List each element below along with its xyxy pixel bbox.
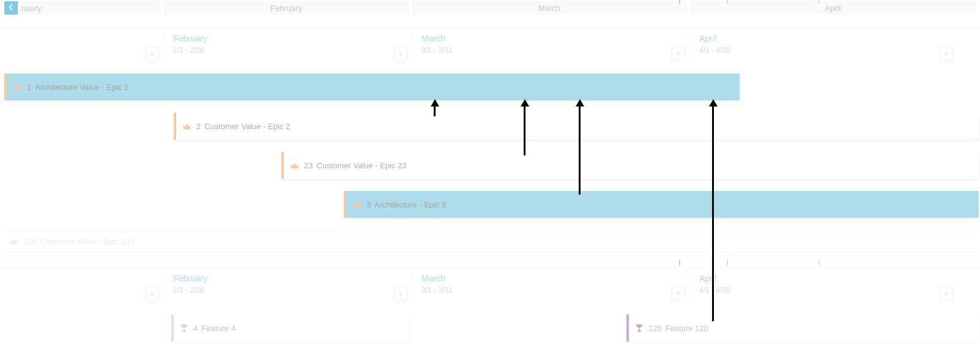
epic-title: Customer Value - Epic 115 xyxy=(40,237,135,246)
scroll-left-button[interactable] xyxy=(4,1,18,15)
month-range: 3/1 - 3/31 xyxy=(421,46,453,54)
crown-icon xyxy=(352,201,362,209)
crown-icon xyxy=(13,83,22,91)
milestone-tick xyxy=(679,0,680,4)
epic-id: 115 xyxy=(23,237,37,246)
milestone-tick xyxy=(727,0,728,4)
month-label: February xyxy=(173,274,207,283)
epic-bar-2[interactable]: 2 Customer Value - Epic 2 xyxy=(174,113,979,140)
month-header-january: nuary xyxy=(4,1,160,15)
trophy-icon xyxy=(180,324,188,332)
month-range: 4/1 - 4/30 xyxy=(699,286,730,294)
milestone-tick xyxy=(819,259,820,266)
month-range: 3/1 - 3/31 xyxy=(421,286,453,294)
epic-title: Architecture - Epic 3 xyxy=(374,200,446,209)
add-button[interactable]: + xyxy=(940,47,953,61)
timeline-month-header: nuary February March April xyxy=(0,1,980,16)
month-range: 2/1 - 2/28 xyxy=(173,286,204,294)
swimlane-header-features: + February 2/1 - 2/28 + March 3/1 - 3/31… xyxy=(0,267,980,304)
add-button[interactable]: + xyxy=(394,47,407,61)
swimlane-header-epics: + February 2/1 - 2/28 + March 3/1 - 3/31… xyxy=(0,27,980,64)
month-range: 4/1 - 4/30 xyxy=(699,46,730,54)
add-button[interactable]: + xyxy=(146,287,159,300)
month-header-march: March xyxy=(412,1,686,15)
month-label: April xyxy=(699,34,716,43)
add-button[interactable]: + xyxy=(146,47,159,61)
add-button[interactable]: + xyxy=(394,287,407,300)
epic-id: 23 xyxy=(304,161,313,170)
divider xyxy=(0,256,980,256)
feature-title: Feature 120 xyxy=(666,324,708,333)
epic-bar-115-faint[interactable]: 115 Customer Value - Epic 115 xyxy=(4,230,979,252)
add-button[interactable]: + xyxy=(940,287,953,300)
month-range: 2/1 - 2/28 xyxy=(173,46,204,54)
epic-id: 1 xyxy=(27,83,31,92)
epic-title: Customer Value - Epic 23 xyxy=(316,161,406,170)
feature-bar-120[interactable]: 120 Feature 120 xyxy=(626,315,979,341)
epic-id: 2 xyxy=(196,122,201,131)
epic-id: 3 xyxy=(366,200,371,209)
feature-bar-4[interactable]: 4 Feature 4 xyxy=(171,315,409,341)
add-button[interactable]: + xyxy=(672,47,685,61)
add-button[interactable]: + xyxy=(672,287,685,300)
epic-title: Customer Value - Epic 2 xyxy=(204,122,290,131)
feature-id: 4 xyxy=(193,324,198,333)
milestone-tick xyxy=(727,259,728,266)
epic-bar-23[interactable]: 23 Customer Value - Epic 23 xyxy=(281,152,979,179)
month-header-april: April xyxy=(690,1,976,15)
trophy-icon xyxy=(635,324,644,332)
month-label: February xyxy=(173,34,207,43)
chevron-left-icon xyxy=(7,4,15,13)
milestone-tick xyxy=(679,259,680,266)
crown-icon xyxy=(182,122,191,130)
month-header-february: February xyxy=(164,1,409,15)
feature-id: 120 xyxy=(648,324,662,333)
feature-title: Feature 4 xyxy=(201,324,236,333)
month-label: March xyxy=(421,274,445,283)
crown-icon xyxy=(9,237,18,245)
crown-icon xyxy=(290,162,299,170)
epic-bar-1[interactable]: 1 Architecture Value - Epic 1 xyxy=(4,73,740,100)
milestone-tick xyxy=(819,0,820,4)
month-label: April xyxy=(699,274,716,283)
epic-title: Architecture Value - Epic 1 xyxy=(35,83,128,92)
month-label: March xyxy=(421,34,445,43)
epic-bar-3[interactable]: 3 Architecture - Epic 3 xyxy=(344,191,979,218)
